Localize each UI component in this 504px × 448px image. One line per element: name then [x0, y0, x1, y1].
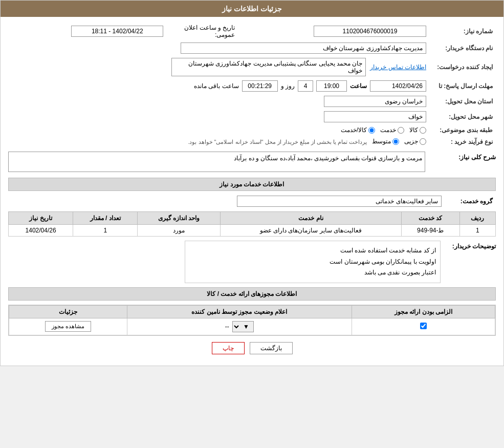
time-label: ساعت [350, 82, 367, 90]
col-required: الزامی بودن ارائه مجوز [352, 305, 495, 318]
province-display: خراسان رضوی [324, 96, 426, 107]
cell-date: 1402/04/26 [9, 225, 73, 237]
announce-date-label: تاریخ و ساعت اعلان عمومی: [166, 22, 238, 40]
service-group-table: گروه خدمت: سایر فعالیت‌های خدماتی [8, 194, 496, 209]
service-group-display: سایر فعالیت‌های خدماتی [237, 196, 442, 207]
deadline-value: 1402/04/26 ساعت 19:00 4 روز و 00:21:29 س… [8, 78, 429, 94]
deadline-row: مهلت ارسال پاسخ: تا 1402/04/26 ساعت 19:0… [8, 78, 496, 94]
need-description-label: شرح کلی نیاز: [429, 152, 496, 161]
buyer-name-display: مدیریت جهادکشاورزی شهرستان خواف [181, 42, 426, 54]
radio-motavaset-label[interactable]: متوسط [372, 138, 399, 145]
need-description-row: شرح کلی نیاز: [8, 152, 496, 174]
contact-link[interactable]: اطلاعات تماس خریدار [370, 63, 426, 71]
page-header: جزئیات اطلاعات نیاز [1, 1, 503, 17]
purchase-type-label: نوع فرآیند خرید : [429, 136, 496, 147]
need-description-input[interactable] [8, 152, 425, 172]
col-name: نام خدمت [220, 212, 401, 225]
back-button[interactable]: بازگشت [250, 342, 293, 354]
category-radios: کالا خدمت کالا/خدمت [8, 124, 429, 136]
remaining-label: ساعت باقی مانده [194, 82, 239, 90]
license-table-header: الزامی بودن ارائه مجوز اعلام وضعیت مجوز … [9, 305, 495, 318]
city-row: شهر محل تحویل: خواف [8, 109, 496, 124]
col-quantity: تعداد / مقدار [73, 212, 138, 225]
col-row: ردیف [459, 212, 495, 225]
purchase-type-row: نوع فرآیند خرید : جزیی متوسط [8, 136, 496, 147]
info-table: شماره نیاز: 1102004676000019 تاریخ و ساع… [8, 22, 496, 147]
deadline-label: مهلت ارسال پاسخ: تا [429, 78, 496, 94]
radio-kala-khadamat[interactable] [368, 127, 375, 134]
service-group-row: گروه خدمت: سایر فعالیت‌های خدماتی [8, 194, 496, 209]
license-status-cell: ▼ -- [127, 318, 352, 335]
license-required-checkbox[interactable] [420, 323, 427, 329]
license-table: الزامی بودن ارائه مجوز اعلام وضعیت مجوز … [9, 305, 495, 335]
radio-kala-label[interactable]: کالا [409, 126, 426, 134]
radio-motavaset-text: متوسط [372, 138, 391, 145]
buyer-notes-content: از کد مشابه خدمت استفاده شده استاولویت ب… [185, 241, 441, 283]
category-label: طبقه بندی موضوعی: [429, 124, 496, 136]
page-title: جزئیات اطلاعات نیاز [222, 5, 282, 13]
radio-kala-khadamat-text: کالا/خدمت [341, 126, 367, 134]
radio-khadamat-text: خدمت [380, 126, 396, 134]
city-label: شهر محل تحویل: [429, 109, 496, 124]
radio-motavaset[interactable] [392, 138, 399, 145]
category-row: طبقه بندی موضوعی: کالا خدمت [8, 124, 496, 136]
creator-value: اطلاعات تماس خریدار جان محمد یحیایی سنگا… [8, 56, 429, 78]
col-status: اعلام وضعیت مجوز توسط نامین کننده [127, 305, 352, 318]
footer-buttons: بازگشت چاپ [8, 336, 496, 360]
services-section-title: اطلاعات خدمات مورد نیاز [8, 178, 496, 191]
radio-jozii[interactable] [420, 138, 426, 145]
deadline-date-display: 1402/04/26 [370, 80, 426, 92]
creator-display: جان محمد یحیایی سنگانی پشتیبانی مدیریت ج… [171, 58, 366, 76]
license-section-wrapper: الزامی بودن ارائه مجوز اعلام وضعیت مجوز … [8, 305, 496, 336]
radio-khadamat[interactable] [398, 127, 404, 134]
license-required-cell [352, 318, 495, 335]
radio-jozii-text: جزیی [404, 138, 418, 145]
city-value: خواف [8, 109, 429, 124]
col-code: کد خدمت [402, 212, 460, 225]
need-number-row: شماره نیاز: 1102004676000019 تاریخ و ساع… [8, 22, 496, 40]
cell-unit: مورد [138, 225, 221, 237]
cell-name: فعالیت‌های سایر سازمان‌های دارای عضو [220, 225, 401, 237]
service-group-label: گروه خدمت: [445, 194, 496, 209]
buyer-note-line: اولویت با پیمانکاران بومی شهرستان است [189, 257, 436, 268]
radio-khadamat-label[interactable]: خدمت [380, 126, 404, 134]
radio-jozii-label[interactable]: جزیی [404, 138, 426, 145]
need-number-label: شماره نیاز: [429, 22, 496, 40]
city-display: خواف [324, 111, 426, 122]
service-group-value: سایر فعالیت‌های خدماتی [8, 194, 445, 209]
license-row: ▼ -- مشاهده مجوز [9, 318, 495, 335]
cell-quantity: 1 [73, 225, 138, 237]
need-number-value: 1102004676000019 [238, 22, 429, 40]
buyer-note-line: اعتبار بصورت نقدی می باشد [189, 267, 436, 279]
buyer-note-line: از کد مشابه خدمت استفاده شده است [189, 245, 436, 257]
col-unit: واحد اندازه گیری [138, 212, 221, 225]
license-status-value: -- [225, 323, 229, 330]
license-details-cell: مشاهده مجوز [9, 318, 127, 335]
days-label: روز و [281, 82, 295, 90]
page-wrapper: جزئیات اطلاعات نیاز شماره نیاز: 11020046… [0, 0, 504, 366]
announce-date-value: 1402/04/22 - 18:11 [8, 22, 166, 40]
buyer-notes-row: توضیحات خریدار: از کد مشابه خدمت استفاده… [8, 241, 496, 283]
deadline-days-display: 4 [298, 80, 313, 92]
deadline-time-display: 19:00 [316, 80, 347, 92]
cell-code: ط-94-949 [402, 225, 460, 237]
radio-kala-text: کالا [409, 126, 418, 134]
province-row: استان محل تحویل: خراسان رضوی [8, 94, 496, 109]
table-row: 1 ط-94-949 فعالیت‌های سایر سازمان‌های دا… [9, 225, 496, 237]
announce-date-display: 1402/04/22 - 18:11 [71, 26, 163, 37]
purchase-note: پرداخت تمام یا بخشی از مبلغ خریدار از مح… [188, 139, 367, 145]
license-status-select[interactable]: ▼ [232, 321, 254, 332]
creator-row: ایجاد کننده درخواست: اطلاعات تماس خریدار… [8, 56, 496, 78]
col-date: تاریخ نیاز [9, 212, 73, 225]
buyer-notes-label: توضیحات خریدار: [445, 241, 496, 250]
buyer-name-value: مدیریت جهادکشاورزی شهرستان خواف [8, 40, 429, 56]
radio-kala[interactable] [420, 127, 426, 134]
services-table-header: ردیف کد خدمت نام خدمت واحد اندازه گیری ت… [9, 212, 496, 225]
buyer-name-row: نام دستگاه خریدار: مدیریت جهادکشاورزی شه… [8, 40, 496, 56]
license-view-button[interactable]: مشاهده مجوز [45, 321, 91, 332]
need-number-display: 1102004676000019 [314, 26, 426, 37]
cell-row: 1 [459, 225, 495, 237]
radio-kala-khadamat-label[interactable]: کالا/خدمت [341, 126, 375, 134]
license-section-title: اطلاعات مجوزهای ارائه خدمت / کالا [8, 287, 496, 301]
print-button[interactable]: چاپ [212, 342, 245, 354]
